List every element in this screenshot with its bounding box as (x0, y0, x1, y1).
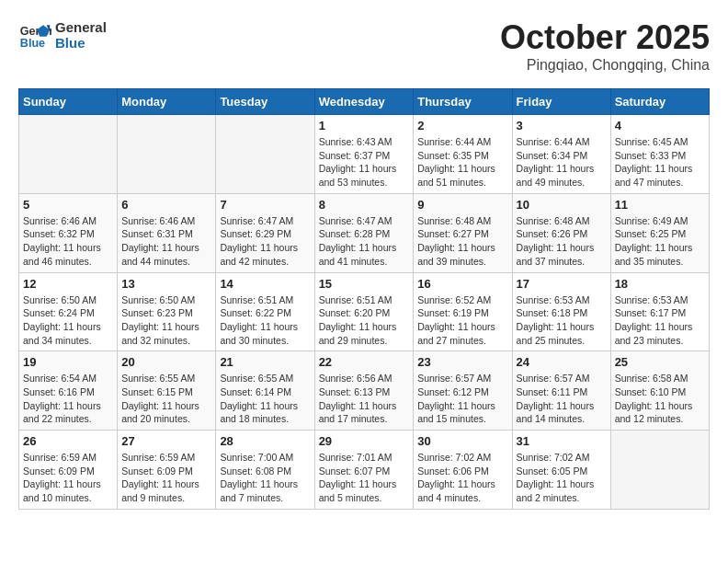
day-number: 1 (319, 119, 410, 132)
day-number: 25 (615, 355, 705, 369)
day-cell: 29Sunrise: 7:01 AM Sunset: 6:07 PM Dayli… (314, 431, 414, 510)
day-number: 2 (417, 119, 507, 132)
day-cell: 21Sunrise: 6:55 AM Sunset: 6:14 PM Dayli… (216, 351, 314, 431)
weekday-header-monday: Monday (118, 89, 216, 115)
day-cell: 12Sunrise: 6:50 AM Sunset: 6:24 PM Dayli… (19, 272, 118, 351)
day-cell: 31Sunrise: 7:02 AM Sunset: 6:05 PM Dayli… (512, 431, 610, 510)
day-cell: 27Sunrise: 6:59 AM Sunset: 6:09 PM Dayli… (118, 431, 216, 510)
day-info: Sunrise: 6:46 AM Sunset: 6:32 PM Dayligh… (23, 214, 113, 269)
day-info: Sunrise: 6:55 AM Sunset: 6:15 PM Dayligh… (121, 372, 211, 426)
day-cell: 23Sunrise: 6:57 AM Sunset: 6:12 PM Dayli… (414, 351, 512, 431)
day-cell: 14Sunrise: 6:51 AM Sunset: 6:22 PM Dayli… (216, 272, 314, 351)
day-number: 24 (517, 355, 607, 369)
day-info: Sunrise: 6:58 AM Sunset: 6:10 PM Dayligh… (615, 372, 705, 426)
day-info: Sunrise: 6:50 AM Sunset: 6:23 PM Dayligh… (121, 293, 211, 348)
day-info: Sunrise: 6:48 AM Sunset: 6:26 PM Dayligh… (517, 214, 607, 269)
day-info: Sunrise: 6:53 AM Sunset: 6:17 PM Dayligh… (615, 293, 705, 348)
day-info: Sunrise: 6:57 AM Sunset: 6:11 PM Dayligh… (517, 372, 607, 426)
day-cell: 17Sunrise: 6:53 AM Sunset: 6:18 PM Dayli… (512, 272, 610, 351)
day-cell: 28Sunrise: 7:00 AM Sunset: 6:08 PM Dayli… (216, 431, 314, 510)
day-number: 7 (220, 198, 310, 212)
day-cell: 19Sunrise: 6:54 AM Sunset: 6:16 PM Dayli… (19, 351, 118, 431)
day-info: Sunrise: 6:59 AM Sunset: 6:09 PM Dayligh… (23, 451, 113, 505)
day-info: Sunrise: 6:47 AM Sunset: 6:28 PM Dayligh… (319, 214, 410, 269)
day-number: 30 (417, 434, 507, 448)
day-number: 5 (23, 198, 113, 212)
day-number: 4 (615, 119, 705, 132)
calendar: SundayMondayTuesdayWednesdayThursdayFrid… (18, 88, 710, 510)
page-header: General Blue General Blue October 2025 P… (18, 18, 710, 74)
day-number: 20 (121, 355, 211, 369)
logo-text-blue: Blue (55, 35, 107, 51)
day-cell: 13Sunrise: 6:50 AM Sunset: 6:23 PM Dayli… (118, 272, 216, 351)
day-cell: 4Sunrise: 6:45 AM Sunset: 6:33 PM Daylig… (610, 115, 709, 194)
day-info: Sunrise: 7:00 AM Sunset: 6:08 PM Dayligh… (220, 451, 310, 505)
day-info: Sunrise: 6:44 AM Sunset: 6:35 PM Dayligh… (417, 135, 507, 190)
day-info: Sunrise: 6:55 AM Sunset: 6:14 PM Dayligh… (220, 372, 310, 426)
day-info: Sunrise: 6:46 AM Sunset: 6:31 PM Dayligh… (121, 214, 211, 269)
day-cell: 24Sunrise: 6:57 AM Sunset: 6:11 PM Dayli… (512, 351, 610, 431)
day-cell: 20Sunrise: 6:55 AM Sunset: 6:15 PM Dayli… (118, 351, 216, 431)
title-section: October 2025 Pingqiao, Chongqing, China (500, 18, 710, 74)
day-number: 21 (220, 355, 310, 369)
weekday-header-tuesday: Tuesday (216, 89, 314, 115)
month-title: October 2025 (500, 18, 710, 57)
day-cell (118, 115, 216, 194)
day-number: 3 (517, 119, 607, 132)
day-info: Sunrise: 6:50 AM Sunset: 6:24 PM Dayligh… (23, 293, 113, 348)
svg-text:Blue: Blue (20, 37, 45, 50)
logo: General Blue General Blue (18, 18, 107, 52)
day-number: 28 (220, 434, 310, 448)
logo-text-general: General (55, 19, 107, 35)
day-info: Sunrise: 6:49 AM Sunset: 6:25 PM Dayligh… (615, 214, 705, 269)
day-number: 13 (121, 277, 211, 291)
week-row-4: 19Sunrise: 6:54 AM Sunset: 6:16 PM Dayli… (19, 351, 710, 431)
day-info: Sunrise: 6:56 AM Sunset: 6:13 PM Dayligh… (319, 372, 410, 426)
day-number: 27 (121, 434, 211, 448)
day-info: Sunrise: 6:47 AM Sunset: 6:29 PM Dayligh… (220, 214, 310, 269)
day-info: Sunrise: 6:59 AM Sunset: 6:09 PM Dayligh… (121, 451, 211, 505)
week-row-3: 12Sunrise: 6:50 AM Sunset: 6:24 PM Dayli… (19, 272, 710, 351)
day-info: Sunrise: 6:52 AM Sunset: 6:19 PM Dayligh… (417, 293, 507, 348)
day-cell: 22Sunrise: 6:56 AM Sunset: 6:13 PM Dayli… (314, 351, 414, 431)
day-cell: 3Sunrise: 6:44 AM Sunset: 6:34 PM Daylig… (512, 115, 610, 194)
day-number: 29 (319, 434, 410, 448)
day-cell: 30Sunrise: 7:02 AM Sunset: 6:06 PM Dayli… (414, 431, 512, 510)
week-row-5: 26Sunrise: 6:59 AM Sunset: 6:09 PM Dayli… (19, 431, 710, 510)
day-info: Sunrise: 6:51 AM Sunset: 6:22 PM Dayligh… (220, 293, 310, 348)
day-cell: 7Sunrise: 6:47 AM Sunset: 6:29 PM Daylig… (216, 193, 314, 272)
day-number: 31 (517, 434, 607, 448)
day-cell: 5Sunrise: 6:46 AM Sunset: 6:32 PM Daylig… (19, 193, 118, 272)
day-cell (216, 115, 314, 194)
weekday-header-thursday: Thursday (414, 89, 512, 115)
day-cell: 9Sunrise: 6:48 AM Sunset: 6:27 PM Daylig… (414, 193, 512, 272)
week-row-1: 1Sunrise: 6:43 AM Sunset: 6:37 PM Daylig… (19, 115, 710, 194)
day-cell: 16Sunrise: 6:52 AM Sunset: 6:19 PM Dayli… (414, 272, 512, 351)
day-info: Sunrise: 6:51 AM Sunset: 6:20 PM Dayligh… (319, 293, 410, 348)
day-info: Sunrise: 6:44 AM Sunset: 6:34 PM Dayligh… (517, 135, 607, 190)
day-info: Sunrise: 6:54 AM Sunset: 6:16 PM Dayligh… (23, 372, 113, 426)
day-cell: 15Sunrise: 6:51 AM Sunset: 6:20 PM Dayli… (314, 272, 414, 351)
day-number: 15 (319, 277, 410, 291)
day-number: 22 (319, 355, 410, 369)
day-info: Sunrise: 7:02 AM Sunset: 6:05 PM Dayligh… (517, 451, 607, 505)
day-info: Sunrise: 6:43 AM Sunset: 6:37 PM Dayligh… (319, 135, 410, 190)
day-number: 8 (319, 198, 410, 212)
day-info: Sunrise: 7:02 AM Sunset: 6:06 PM Dayligh… (417, 451, 507, 505)
day-number: 18 (615, 277, 705, 291)
location-title: Pingqiao, Chongqing, China (500, 57, 710, 74)
day-cell: 2Sunrise: 6:44 AM Sunset: 6:35 PM Daylig… (414, 115, 512, 194)
logo-icon: General Blue (18, 18, 51, 52)
day-number: 6 (121, 198, 211, 212)
day-info: Sunrise: 6:45 AM Sunset: 6:33 PM Dayligh… (615, 135, 705, 190)
day-number: 23 (417, 355, 507, 369)
weekday-header-wednesday: Wednesday (314, 89, 414, 115)
day-info: Sunrise: 6:48 AM Sunset: 6:27 PM Dayligh… (417, 214, 507, 269)
day-info: Sunrise: 7:01 AM Sunset: 6:07 PM Dayligh… (319, 451, 410, 505)
day-number: 9 (417, 198, 507, 212)
day-cell: 26Sunrise: 6:59 AM Sunset: 6:09 PM Dayli… (19, 431, 118, 510)
day-number: 12 (23, 277, 113, 291)
day-info: Sunrise: 6:53 AM Sunset: 6:18 PM Dayligh… (517, 293, 607, 348)
day-cell: 1Sunrise: 6:43 AM Sunset: 6:37 PM Daylig… (314, 115, 414, 194)
day-cell: 11Sunrise: 6:49 AM Sunset: 6:25 PM Dayli… (610, 193, 709, 272)
